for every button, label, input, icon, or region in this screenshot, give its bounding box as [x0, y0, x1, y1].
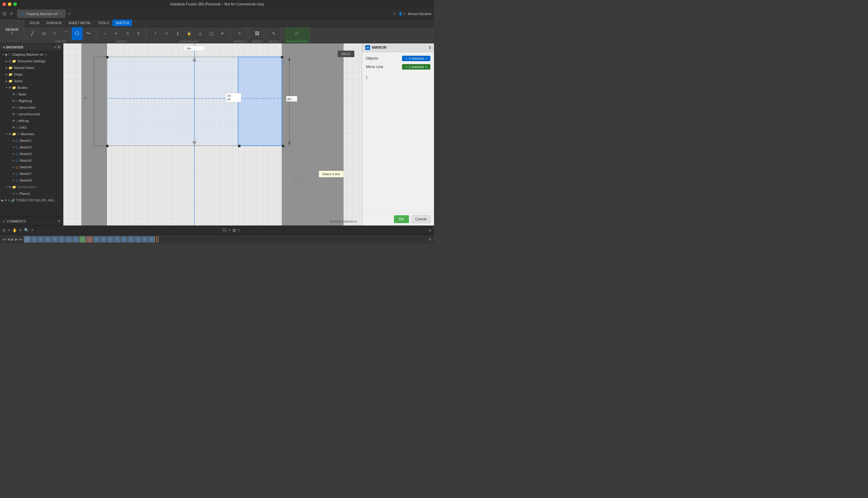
- nav-cube-icon[interactable]: ⊞: [2, 228, 6, 233]
- tree-item-plane2[interactable]: 👁▭ Plane2: [0, 190, 63, 197]
- slider-icon[interactable]: ⊜: [429, 228, 432, 233]
- timeline-item-11[interactable]: ⬡: [93, 236, 100, 243]
- trim-tool[interactable]: ✂: [111, 27, 122, 40]
- tree-item-leftleg[interactable]: 👁□ leftLeg: [0, 117, 63, 124]
- lock-tool[interactable]: 🔒: [183, 27, 194, 40]
- timeline-item-8[interactable]: ⬡: [72, 236, 79, 243]
- circle-tool[interactable]: ○: [49, 27, 60, 40]
- timeline-item-1[interactable]: ⬡: [24, 236, 30, 243]
- hand-pan-icon[interactable]: ✋: [12, 228, 17, 233]
- cancel-button[interactable]: Cancel: [411, 215, 430, 223]
- timeline-item-15[interactable]: ⬡: [121, 236, 127, 243]
- circle2-tool[interactable]: ◯: [206, 27, 217, 40]
- new-tab-button[interactable]: +: [67, 11, 72, 16]
- rect-tool[interactable]: ▭: [38, 27, 49, 40]
- tab-surface[interactable]: SURFACE: [43, 19, 65, 26]
- browser-expand-icon[interactable]: +: [54, 45, 56, 49]
- tab-tools[interactable]: TOOLS: [94, 19, 112, 26]
- mirror-expand-icon[interactable]: ⟫: [429, 45, 431, 50]
- display-icon[interactable]: ▦: [232, 228, 236, 233]
- minimize-button[interactable]: [8, 2, 11, 6]
- timeline-end-icon[interactable]: ⏭: [19, 237, 23, 241]
- tab-sketch[interactable]: SKETCH: [112, 19, 132, 26]
- app-menu-icon[interactable]: ⊞: [2, 11, 6, 16]
- timeline-item-5[interactable]: ⬡: [52, 236, 58, 243]
- polygon-tool[interactable]: ⬡: [72, 27, 82, 40]
- tree-item-bodies[interactable]: ▼ 👁📁 Bodies: [0, 84, 63, 91]
- timeline-item-14[interactable]: ⬡: [114, 236, 120, 243]
- viewport[interactable]: 38 3D 80 dim dim: [63, 43, 362, 225]
- mirror-line-clear-icon[interactable]: ✕: [425, 65, 427, 69]
- sync-icon[interactable]: ↻: [393, 12, 396, 16]
- image-tool[interactable]: 🖼: [252, 27, 263, 40]
- mirror-line-chip[interactable]: ⬡ 1 selected ✕: [402, 64, 430, 69]
- tree-item-sketches[interactable]: ▼ 👁📁✎ Sketches: [0, 131, 63, 137]
- tree-item-document-settings[interactable]: ▶ ⚙📁 Document Settings: [0, 58, 63, 64]
- tree-item-sketch6[interactable]: 👁◱ Sketch6: [0, 164, 63, 170]
- comments-settings-icon[interactable]: ⚙: [58, 219, 61, 223]
- tree-item-servo-horn-link[interactable]: 👁□ servoHornLink: [0, 111, 63, 117]
- ok-button[interactable]: OK: [394, 215, 409, 223]
- line-tool[interactable]: ╱: [27, 27, 38, 40]
- timeline-item-7[interactable]: ⬡: [65, 236, 72, 243]
- equal-tool[interactable]: =: [161, 27, 172, 40]
- finish-sketch-button[interactable]: ✓: [291, 27, 302, 40]
- file-menu[interactable]: ≡: [10, 10, 16, 18]
- tree-item-rightleg[interactable]: 👁□ RightLeg: [0, 97, 63, 104]
- tree-item-sketch2[interactable]: 👁◱ Sketch2: [0, 144, 63, 150]
- browser-collapse-icon[interactable]: ◀: [2, 45, 5, 49]
- xref-tool[interactable]: ✕: [217, 27, 228, 40]
- timeline-item-16[interactable]: ⬡: [128, 236, 135, 243]
- mirror-objects-clear-icon[interactable]: ✕: [425, 57, 427, 60]
- timeline-item-10[interactable]: ⬡: [86, 236, 93, 243]
- browser-settings-icon[interactable]: ⚙: [57, 45, 61, 49]
- timeline-next-icon[interactable]: ▶: [15, 237, 18, 241]
- orbit-icon[interactable]: ⟳: [19, 228, 22, 233]
- timeline-item-9[interactable]: ⬡: [79, 236, 86, 243]
- tree-item-base[interactable]: 👁□ Base: [0, 91, 63, 97]
- tree-item-named-views[interactable]: ▶ 📁 Named Views: [0, 64, 63, 71]
- timeline-settings-icon[interactable]: ⚙: [428, 237, 432, 241]
- back-button[interactable]: BACK: [337, 51, 355, 57]
- tab-sheet-metal[interactable]: SHEET METAL: [65, 19, 94, 26]
- mirror-objects-chip[interactable]: ⬡ 4 selected ✕: [402, 56, 430, 61]
- comments-collapse-icon[interactable]: ▲: [2, 220, 5, 223]
- timeline-start-icon[interactable]: ⏮: [2, 237, 6, 241]
- nav-chevron-icon[interactable]: ▼: [8, 228, 11, 232]
- display-chevron-icon[interactable]: ▼: [237, 228, 240, 232]
- tree-item-sketch3[interactable]: 👁◱ Sketch3: [0, 150, 63, 157]
- tree-item-joints[interactable]: ▶ 📁 Joints: [0, 78, 63, 84]
- tree-item-sketch9[interactable]: 👁◱ Sketch9: [0, 177, 63, 184]
- tab-solid[interactable]: SOLID: [26, 19, 42, 26]
- timeline-play-icon[interactable]: ▶: [11, 237, 14, 241]
- fillet-tool[interactable]: ⌢: [100, 27, 111, 40]
- maximize-button[interactable]: [13, 2, 17, 6]
- tree-item-construction[interactable]: ▼ 👁📁 Construction: [0, 184, 63, 190]
- parallel-tool[interactable]: ∥: [173, 27, 183, 40]
- tree-item-sketch5[interactable]: 👁◱ Sketch5: [0, 157, 63, 164]
- timeline-item-13[interactable]: ⬡: [107, 236, 114, 243]
- select-tool[interactable]: ↖: [269, 27, 279, 40]
- close-button[interactable]: [2, 2, 6, 6]
- tree-item-tower-pro[interactable]: ▶ 👁 ⚙ 🔗 TOWER PRO MG-995, ANA...: [0, 197, 63, 204]
- timeline-item-3[interactable]: ⬡: [38, 236, 44, 243]
- tree-item-servo-horn[interactable]: 👁□ Servo Horn: [0, 104, 63, 111]
- triangle-tool[interactable]: △: [195, 27, 206, 40]
- timeline-item-19[interactable]: ⬡: [149, 236, 155, 243]
- extend-tool[interactable]: ⊃: [122, 27, 133, 40]
- timeline-item-17[interactable]: ⬡: [135, 236, 141, 243]
- timeline-item-4[interactable]: ⬡: [44, 236, 51, 243]
- tab-close-icon[interactable]: ×: [60, 12, 62, 15]
- timeline-item-6[interactable]: ⬡: [59, 236, 65, 243]
- view-chevron-icon[interactable]: ▼: [228, 228, 231, 232]
- design-menu[interactable]: DESIGN ▼: [0, 19, 24, 43]
- measure-tool[interactable]: ⊢: [234, 27, 245, 40]
- break-tool[interactable]: ⊏: [133, 27, 144, 40]
- timeline-item-12[interactable]: ⬡: [100, 236, 107, 243]
- spline-tool[interactable]: 〜: [83, 27, 94, 40]
- tree-item-sketch7[interactable]: 👁◱ Sketch7: [0, 170, 63, 177]
- timeline-prev-icon[interactable]: ◀: [7, 237, 10, 241]
- timeline-item-2[interactable]: ⬡: [31, 236, 37, 243]
- zoom-chevron-icon[interactable]: ▼: [31, 228, 34, 232]
- tree-item-root[interactable]: ▼ ◈⬡ Clapping Machine v4 ⊙: [0, 51, 63, 58]
